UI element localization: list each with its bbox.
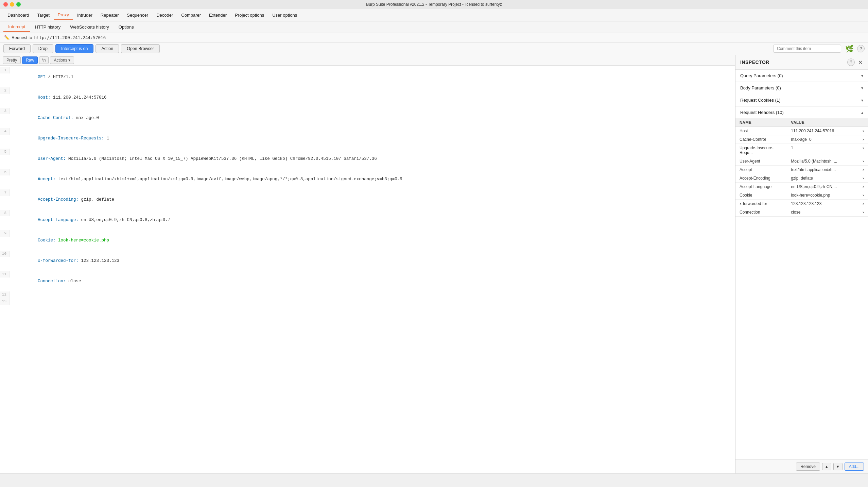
- request-line-9: 9 Cookie: look-here=cookie.php: [0, 230, 735, 251]
- header-expand-cell[interactable]: ›: [858, 191, 868, 200]
- drop-button[interactable]: Drop: [33, 44, 53, 53]
- pretty-view-button[interactable]: Pretty: [3, 56, 21, 64]
- body-parameters-chevron: ▾: [861, 86, 863, 90]
- header-value-cell: 1: [787, 144, 858, 157]
- menu-sequencer[interactable]: Sequencer: [123, 11, 152, 20]
- header-expand-cell[interactable]: ›: [858, 208, 868, 217]
- request-line-2: 2 Host: 111.200.241.244:57016: [0, 87, 735, 108]
- minimize-traffic-light[interactable]: [10, 2, 14, 7]
- menu-comparer[interactable]: Comparer: [177, 11, 205, 20]
- menu-extender[interactable]: Extender: [205, 11, 231, 20]
- menu-repeater[interactable]: Repeater: [97, 11, 123, 20]
- close-traffic-light[interactable]: [3, 2, 8, 7]
- request-cookies-header[interactable]: Request Cookies (1) ▾: [735, 94, 868, 106]
- menu-proxy[interactable]: Proxy: [54, 10, 73, 20]
- url-prefix: Request to: [12, 35, 32, 40]
- query-parameters-section: Query Parameters (0) ▾: [735, 70, 868, 82]
- request-headers-chevron: ▴: [861, 110, 863, 115]
- table-row[interactable]: Accept-Language en-US,en;q=0.9,zh-CN;...…: [735, 183, 868, 191]
- header-expand-cell[interactable]: ›: [858, 166, 868, 174]
- request-line-4: 4 Upgrade-Insecure-Requests: 1: [0, 128, 735, 149]
- remove-header-button[interactable]: Remove: [796, 463, 820, 471]
- tab-http-history[interactable]: HTTP history: [30, 23, 66, 31]
- action-button[interactable]: Action: [96, 44, 119, 53]
- header-name-cell: Accept-Language: [735, 183, 787, 191]
- header-value-cell: close: [787, 208, 858, 217]
- header-expand-cell[interactable]: ›: [858, 127, 868, 135]
- tab-intercept[interactable]: Intercept: [3, 22, 30, 32]
- table-row[interactable]: Host 111.200.241.244:57016 ›: [735, 127, 868, 135]
- request-content[interactable]: 1 GET / HTTP/1.1 2 Host: 111.200.241.244…: [0, 66, 735, 473]
- table-row[interactable]: Accept-Encoding gzip, deflate ›: [735, 174, 868, 183]
- bottom-bar: [0, 473, 868, 483]
- menu-intruder[interactable]: Intruder: [73, 11, 97, 20]
- header-value-cell: 123.123.123.123: [787, 200, 858, 208]
- request-headers-content: NAME VALUE Host 111.200.241.244:57016 › …: [735, 118, 868, 217]
- header-name-cell: Accept: [735, 166, 787, 174]
- header-name-cell: User-Agent: [735, 157, 787, 166]
- request-headers-section: Request Headers (10) ▴ NAME VALUE: [735, 106, 868, 217]
- table-row[interactable]: Upgrade-Insecure-Requ... 1 ›: [735, 144, 868, 157]
- header-name-cell: Host: [735, 127, 787, 135]
- header-expand-cell[interactable]: ›: [858, 135, 868, 144]
- intercept-toolbar: Forward Drop Intercept is on Action Open…: [0, 43, 868, 55]
- inspector-header: INSPECTOR ? ✕: [735, 55, 868, 70]
- header-col-name: NAME: [735, 118, 787, 127]
- comment-input[interactable]: [773, 45, 841, 53]
- main-area: Pretty Raw \n Actions ▾ 1 GET / HTTP/1.1…: [0, 55, 868, 473]
- forward-button[interactable]: Forward: [3, 44, 31, 53]
- menu-decoder[interactable]: Decoder: [152, 11, 177, 20]
- body-parameters-header[interactable]: Body Parameters (0) ▾: [735, 82, 868, 94]
- fullscreen-traffic-light[interactable]: [16, 2, 21, 7]
- header-expand-cell[interactable]: ›: [858, 200, 868, 208]
- tab-websockets-history[interactable]: WebSockets history: [65, 23, 114, 31]
- header-name-cell: Upgrade-Insecure-Requ...: [735, 144, 787, 157]
- header-expand-cell[interactable]: ›: [858, 174, 868, 183]
- header-name-cell: Cache-Control: [735, 135, 787, 144]
- menubar: Dashboard Target Proxy Intruder Repeater…: [0, 9, 868, 21]
- inspector-close-button[interactable]: ✕: [857, 59, 863, 66]
- request-cookies-title: Request Cookies (1): [740, 98, 781, 103]
- table-row[interactable]: User-Agent Mozilla/5.0 (Macintosh; ... ›: [735, 157, 868, 166]
- menu-project-options[interactable]: Project options: [231, 11, 268, 20]
- request-cookies-section: Request Cookies (1) ▾: [735, 94, 868, 106]
- editor-toolbar: Pretty Raw \n Actions ▾: [0, 55, 735, 66]
- add-header-button[interactable]: Add...: [845, 463, 864, 471]
- table-row[interactable]: Accept text/html,application/xh... ›: [735, 166, 868, 174]
- request-line-8: 8 Accept-Language: en-US,en;q=0.9,zh-CN;…: [0, 210, 735, 230]
- newline-button[interactable]: \n: [39, 56, 49, 64]
- header-value-cell: 111.200.241.244:57016: [787, 127, 858, 135]
- raw-view-button[interactable]: Raw: [22, 56, 38, 64]
- inspector-footer: Remove ▲ ▼ Add...: [735, 459, 868, 473]
- request-line-5: 5 User-Agent: Mozilla/5.0 (Macintosh; In…: [0, 149, 735, 169]
- move-header-up-button[interactable]: ▲: [822, 463, 831, 470]
- header-expand-cell[interactable]: ›: [858, 183, 868, 191]
- table-row[interactable]: x-forwarded-for 123.123.123.123 ›: [735, 200, 868, 208]
- header-name-cell: Accept-Encoding: [735, 174, 787, 183]
- actions-dropdown-button[interactable]: Actions ▾: [50, 56, 74, 64]
- help-button[interactable]: ?: [857, 45, 865, 52]
- header-col-value: VALUE: [787, 118, 858, 127]
- menu-dashboard[interactable]: Dashboard: [3, 11, 33, 20]
- url-bar: ✏️ Request to http://111.200.241.244:570…: [0, 33, 868, 43]
- header-expand-cell[interactable]: ›: [858, 144, 868, 157]
- request-line-10: 10 x-forwarded-for: 123.123.123.123: [0, 251, 735, 271]
- table-row[interactable]: Connection close ›: [735, 208, 868, 217]
- header-name-cell: x-forwarded-for: [735, 200, 787, 208]
- header-value-cell: gzip, deflate: [787, 174, 858, 183]
- open-browser-button[interactable]: Open Browser: [121, 44, 160, 53]
- request-line-6: 6 Accept: text/html,application/xhtml+xm…: [0, 169, 735, 189]
- request-headers-header[interactable]: Request Headers (10) ▴: [735, 106, 868, 118]
- header-expand-cell[interactable]: ›: [858, 157, 868, 166]
- table-row[interactable]: Cache-Control max-age=0 ›: [735, 135, 868, 144]
- intercept-toggle-button[interactable]: Intercept is on: [55, 44, 94, 53]
- traffic-lights: [3, 2, 21, 7]
- table-row[interactable]: Cookie look-here=cookie.php ›: [735, 191, 868, 200]
- tab-options[interactable]: Options: [114, 23, 139, 31]
- menu-user-options[interactable]: User options: [268, 11, 301, 20]
- move-header-down-button[interactable]: ▼: [833, 463, 843, 470]
- menu-target[interactable]: Target: [33, 11, 54, 20]
- inspector-help-button[interactable]: ?: [847, 58, 855, 66]
- header-value-cell: max-age=0: [787, 135, 858, 144]
- query-parameters-header[interactable]: Query Parameters (0) ▾: [735, 70, 868, 82]
